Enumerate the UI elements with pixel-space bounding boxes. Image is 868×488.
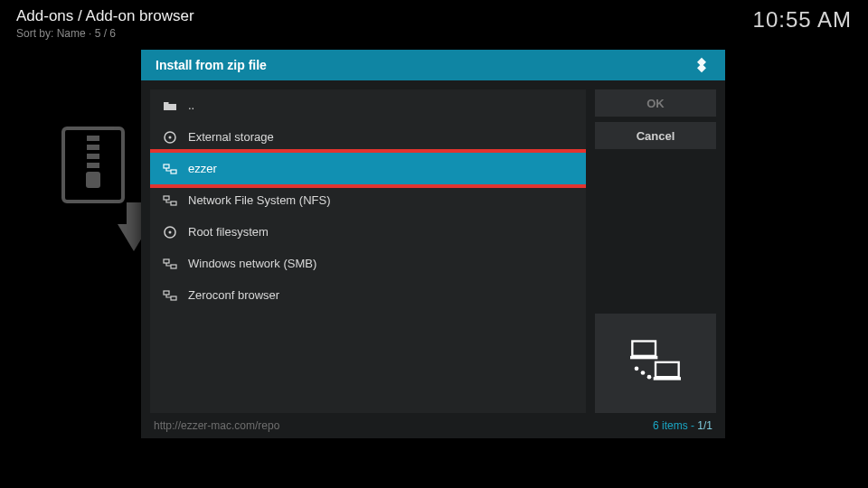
file-row-label: .. bbox=[188, 99, 194, 112]
file-row-label: Zeroconf browser bbox=[188, 288, 279, 302]
svg-point-16 bbox=[635, 367, 639, 371]
svg-rect-8 bbox=[164, 259, 169, 263]
file-list: ..External storageezzerNetwork File Syst… bbox=[150, 89, 586, 413]
file-row-label: Network File System (NFS) bbox=[188, 193, 330, 207]
svg-point-7 bbox=[169, 230, 172, 233]
svg-rect-4 bbox=[164, 196, 169, 200]
file-row-label: ezzer bbox=[188, 162, 217, 175]
network-icon bbox=[163, 194, 177, 207]
network-icon bbox=[163, 289, 177, 302]
folder-up-icon bbox=[163, 99, 177, 112]
footer-count: 6 items - 1/1 bbox=[653, 419, 712, 432]
sort-indicator: Sort by: Name · 5 / 6 bbox=[16, 27, 194, 40]
svg-rect-2 bbox=[164, 164, 169, 168]
cancel-button[interactable]: Cancel bbox=[595, 122, 716, 149]
svg-rect-9 bbox=[171, 265, 176, 268]
file-row--[interactable]: .. bbox=[150, 89, 586, 121]
file-row-ezzer[interactable]: ezzer bbox=[150, 153, 586, 184]
file-row-zeroconf-browser[interactable]: Zeroconf browser bbox=[150, 279, 586, 311]
clock: 10:55 AM bbox=[753, 7, 852, 33]
file-row-label: Root filesystem bbox=[188, 225, 269, 239]
svg-rect-12 bbox=[632, 342, 656, 356]
svg-point-17 bbox=[641, 371, 646, 375]
svg-point-1 bbox=[169, 136, 172, 138]
file-row-windows-network-smb-[interactable]: Windows network (SMB) bbox=[150, 248, 586, 279]
svg-rect-5 bbox=[171, 202, 176, 205]
footer-path: http://ezzer-mac.com/repo bbox=[154, 419, 279, 432]
svg-rect-13 bbox=[630, 356, 657, 360]
disk-icon bbox=[163, 226, 177, 239]
svg-rect-15 bbox=[654, 377, 681, 380]
svg-rect-14 bbox=[656, 362, 679, 377]
zip-download-icon bbox=[61, 127, 143, 244]
breadcrumb: Add-ons / Add-on browser bbox=[16, 7, 194, 25]
file-row-label: External storage bbox=[188, 130, 274, 144]
dialog-header: Install from zip file bbox=[141, 50, 725, 80]
install-from-zip-dialog: Install from zip file ..External storage… bbox=[141, 50, 725, 438]
svg-rect-10 bbox=[164, 291, 169, 295]
ok-button[interactable]: OK bbox=[595, 89, 716, 117]
file-row-root-filesystem[interactable]: Root filesystem bbox=[150, 216, 586, 248]
dialog-title: Install from zip file bbox=[156, 58, 267, 72]
file-row-network-file-system-nfs-[interactable]: Network File System (NFS) bbox=[150, 184, 586, 216]
file-row-external-storage[interactable]: External storage bbox=[150, 121, 586, 153]
dialog-footer: http://ezzer-mac.com/repo 6 items - 1/1 bbox=[141, 413, 725, 438]
svg-point-18 bbox=[647, 375, 652, 380]
top-bar: Add-ons / Add-on browser Sort by: Name ·… bbox=[16, 7, 852, 40]
preview-pane bbox=[595, 314, 716, 413]
file-row-label: Windows network (SMB) bbox=[188, 257, 316, 270]
svg-rect-3 bbox=[171, 170, 176, 174]
network-icon bbox=[163, 258, 177, 270]
network-computers-icon bbox=[624, 336, 687, 390]
kodi-logo-icon bbox=[693, 56, 711, 74]
svg-rect-11 bbox=[171, 296, 176, 300]
disk-icon bbox=[163, 131, 177, 144]
network-icon bbox=[163, 163, 177, 175]
